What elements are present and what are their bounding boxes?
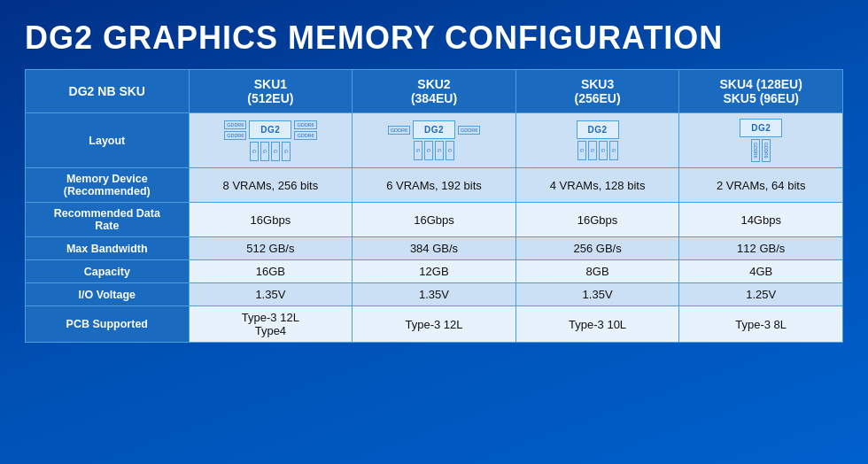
- cell-4-1: 12GB: [353, 260, 516, 283]
- cell-3-2: 256 GB/s: [515, 237, 679, 260]
- cell-3-0: 512 GB/s: [189, 237, 353, 260]
- cell-0-1: GDDR6 DG2 GDDR6 G G G G: [353, 113, 516, 168]
- memory-config-table: DG2 NB SKU SKU1 (512EU) SKU2 (384EU) SKU…: [25, 69, 843, 343]
- col-header-sku4: SKU4 (128EU) SKU5 (96EU): [679, 70, 843, 113]
- col-header-sku: DG2 NB SKU: [26, 70, 190, 113]
- cell-0-3: DG2 GDDR6 GDDR6: [679, 113, 843, 168]
- cell-4-0: 16GB: [189, 260, 353, 283]
- cell-2-2: 16Gbps: [515, 203, 679, 237]
- row-label-6: PCB Supported: [26, 306, 190, 343]
- table-row: Memory Device(Recommended)8 VRAMs, 256 b…: [26, 168, 843, 203]
- cell-5-3: 1.25V: [679, 283, 843, 306]
- cell-1-1: 6 VRAMs, 192 bits: [353, 168, 516, 203]
- table-row: PCB SupportedType-3 12LType4Type-3 12LTy…: [26, 306, 843, 343]
- cell-1-2: 4 VRAMs, 128 bits: [515, 168, 679, 203]
- cell-1-0: 8 VRAMs, 256 bits: [189, 168, 353, 203]
- col-header-sku3: SKU3 (256EU): [515, 70, 679, 113]
- table-row: Recommended DataRate16Gbps16Gbps16Gbps14…: [26, 203, 843, 237]
- cell-5-0: 1.35V: [189, 283, 353, 306]
- cell-0-0: GDDR6 GDDR6 DG2 GDDR6 GDDR6 G G G G: [189, 113, 353, 168]
- cell-4-2: 8GB: [515, 260, 679, 283]
- cell-0-2: DG2 G G G G: [515, 113, 679, 168]
- cell-6-2: Type-3 10L: [515, 306, 679, 343]
- cell-1-3: 2 VRAMs, 64 bits: [679, 168, 843, 203]
- row-label-0: Layout: [26, 113, 190, 168]
- table-row: Layout GDDR6 GDDR6 DG2 GDDR6 GDDR6 G G G: [26, 113, 843, 168]
- cell-2-1: 16Gbps: [353, 203, 516, 237]
- col-header-sku2: SKU2 (384EU): [353, 70, 516, 113]
- row-label-4: Capacity: [26, 260, 190, 283]
- table-row: Capacity16GB12GB8GB4GB: [26, 260, 843, 283]
- row-label-5: I/O Voltage: [26, 283, 190, 306]
- row-label-3: Max Bandwidth: [26, 237, 190, 260]
- cell-3-1: 384 GB/s: [353, 237, 516, 260]
- cell-6-1: Type-3 12L: [353, 306, 516, 343]
- table-row: I/O Voltage1.35V1.35V1.35V1.25V: [26, 283, 843, 306]
- cell-4-3: 4GB: [679, 260, 843, 283]
- table-row: Max Bandwidth512 GB/s384 GB/s256 GB/s112…: [26, 237, 843, 260]
- page-title: DG2 GRAPHICS MEMORY CONFIGURATION: [25, 19, 843, 57]
- cell-6-0: Type-3 12LType4: [189, 306, 353, 343]
- cell-2-3: 14Gbps: [679, 203, 843, 237]
- cell-5-2: 1.35V: [515, 283, 679, 306]
- row-label-1: Memory Device(Recommended): [26, 168, 190, 203]
- row-label-2: Recommended DataRate: [26, 203, 190, 237]
- cell-3-3: 112 GB/s: [679, 237, 843, 260]
- cell-6-3: Type-3 8L: [679, 306, 843, 343]
- cell-5-1: 1.35V: [353, 283, 516, 306]
- col-header-sku1: SKU1 (512EU): [189, 70, 353, 113]
- cell-2-0: 16Gbps: [189, 203, 353, 237]
